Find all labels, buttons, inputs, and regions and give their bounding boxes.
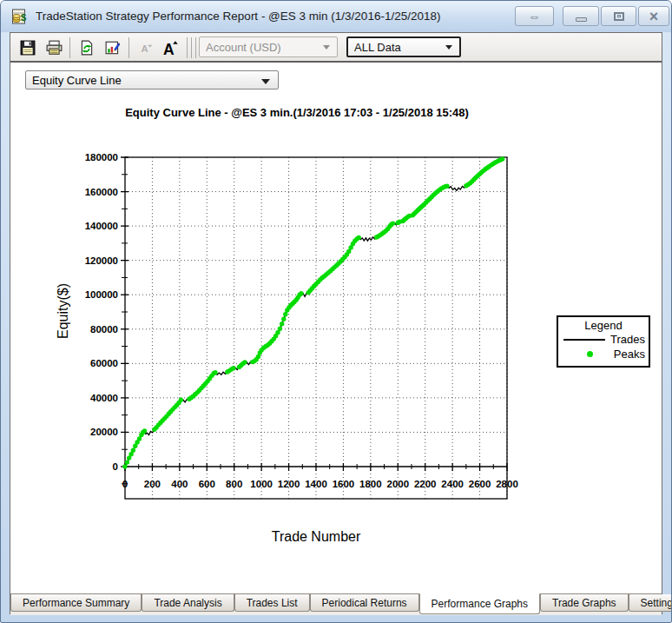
- svg-text:100000: 100000: [85, 289, 118, 300]
- decrease-font-button[interactable]: A: [135, 37, 156, 58]
- svg-text:2400: 2400: [441, 479, 464, 489]
- title-bar[interactable]: $ TradeStation Strategy Performance Repo…: [1, 1, 672, 32]
- tab-periodical-returns[interactable]: Periodical Returns: [310, 594, 419, 612]
- data-range-dropdown[interactable]: ALL Data: [346, 36, 461, 57]
- save-icon: [20, 40, 36, 56]
- tab-trades-list[interactable]: Trades List: [234, 594, 310, 612]
- svg-text:2800: 2800: [496, 479, 518, 489]
- svg-text:2000: 2000: [386, 479, 409, 489]
- svg-text:80000: 80000: [90, 324, 118, 335]
- toolbar-separator: [195, 37, 196, 58]
- minimize-button[interactable]: [563, 6, 599, 26]
- tab-performance-graphs[interactable]: Performance Graphs: [419, 593, 540, 614]
- increase-font-icon: A: [161, 39, 179, 56]
- maximize-icon: [614, 12, 624, 21]
- report-content: A A Account (USD) ALL Data: [10, 32, 662, 614]
- save-button[interactable]: [17, 37, 38, 58]
- svg-text:60000: 60000: [90, 358, 118, 368]
- data-range-dropdown-value: ALL Data: [354, 41, 401, 54]
- svg-text:120000: 120000: [85, 255, 118, 266]
- minimize-icon: [576, 17, 587, 22]
- svg-text:1400: 1400: [305, 479, 327, 489]
- report-tab-bar: Performance SummaryTrade AnalysisTrades …: [10, 593, 662, 615]
- toolbar-separator: [69, 37, 70, 58]
- svg-text:$: $: [21, 12, 26, 23]
- legend-item-peaks: Peaks: [558, 347, 649, 361]
- tab-performance-summary[interactable]: Performance Summary: [10, 594, 142, 612]
- dot-swatch-icon: [587, 351, 593, 357]
- graph-type-dropdown[interactable]: Equity Curve Line: [25, 70, 279, 89]
- svg-text:0: 0: [113, 461, 118, 472]
- chevron-down-icon: [323, 45, 330, 50]
- link-window-button[interactable]: ⇔: [515, 6, 554, 26]
- window-title: TradeStation Strategy Performance Report…: [36, 1, 440, 32]
- svg-text:400: 400: [171, 479, 188, 489]
- svg-text:1600: 1600: [333, 479, 355, 489]
- svg-text:200: 200: [144, 479, 161, 489]
- legend-item-trades: Trades: [558, 332, 649, 347]
- svg-text:1000: 1000: [250, 479, 273, 489]
- refresh-button[interactable]: [76, 37, 97, 58]
- svg-text:1800: 1800: [359, 479, 382, 489]
- svg-text:180000: 180000: [85, 152, 118, 162]
- svg-text:2600: 2600: [469, 479, 491, 489]
- tradestation-report-window: $ TradeStation Strategy Performance Repo…: [0, 0, 672, 623]
- tab-settings[interactable]: Settings: [629, 594, 672, 612]
- tab-trade-graphs[interactable]: Trade Graphs: [540, 594, 629, 612]
- chart-legend: Legend Trades Peaks: [557, 315, 650, 368]
- tab-trade-analysis[interactable]: Trade Analysis: [142, 594, 234, 612]
- app-icon: $: [11, 8, 29, 25]
- toolbar-separator: [187, 37, 188, 58]
- toolbar: A A Account (USD) ALL Data: [10, 33, 662, 63]
- toolbar-separator: [191, 37, 192, 58]
- line-swatch-icon: [563, 339, 605, 341]
- report-properties-button[interactable]: [102, 37, 123, 58]
- link-window-icon: ⇔: [528, 9, 541, 23]
- toolbar-separator: [128, 37, 129, 58]
- report-properties-icon: [105, 40, 122, 56]
- svg-text:20000: 20000: [90, 427, 118, 437]
- svg-text:40000: 40000: [90, 393, 118, 403]
- graph-type-dropdown-value: Equity Curve Line: [32, 74, 122, 87]
- account-dropdown[interactable]: Account (USD): [199, 36, 338, 57]
- svg-text:2200: 2200: [414, 479, 437, 489]
- maximize-button[interactable]: [601, 6, 636, 26]
- legend-item-label: Trades: [610, 333, 645, 346]
- legend-title: Legend: [558, 319, 649, 332]
- legend-item-label: Peaks: [614, 348, 645, 361]
- svg-text:600: 600: [199, 479, 215, 489]
- svg-text:160000: 160000: [85, 187, 118, 197]
- print-icon: [46, 40, 63, 56]
- svg-text:A: A: [141, 43, 148, 54]
- svg-text:140000: 140000: [85, 221, 118, 231]
- svg-text:1200: 1200: [278, 479, 300, 489]
- chevron-down-icon: [445, 45, 452, 50]
- print-button[interactable]: [43, 37, 64, 58]
- decrease-font-icon: A: [138, 40, 154, 56]
- svg-text:800: 800: [226, 479, 242, 489]
- chart-title: Equity Curve Line - @ES 3 min.(1/3/2016 …: [10, 106, 583, 119]
- svg-text:A: A: [163, 41, 175, 57]
- close-button[interactable]: ×: [638, 6, 669, 26]
- refresh-icon: [79, 40, 95, 56]
- account-dropdown-value: Account (USD): [206, 41, 281, 54]
- x-axis-title: Trade Number: [272, 529, 361, 545]
- increase-font-button[interactable]: A: [160, 37, 181, 58]
- chevron-down-icon: [261, 79, 270, 84]
- y-axis-title: Equity($): [56, 283, 71, 339]
- close-icon: ×: [649, 9, 659, 24]
